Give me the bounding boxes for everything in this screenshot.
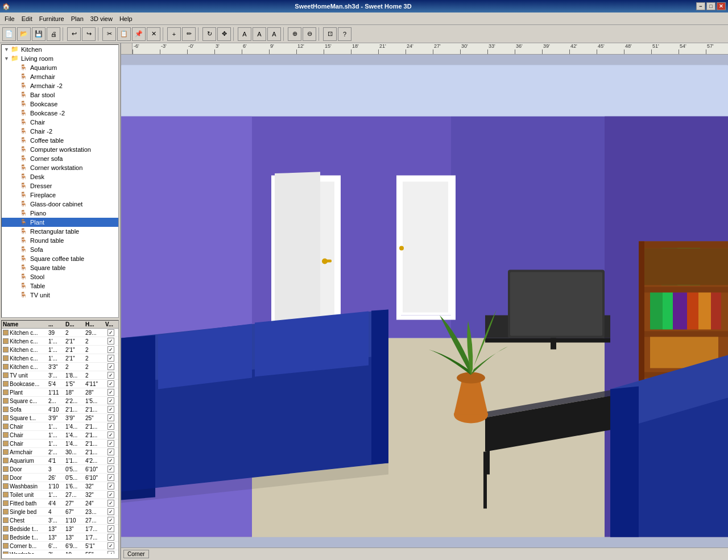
tree-item-kitchen[interactable]: ▼📁Kitchen [2, 45, 118, 54]
3d-view[interactable] [121, 55, 728, 547]
menu-item-help[interactable]: Help [116, 14, 136, 23]
visibility-checkbox[interactable]: ✓ [107, 423, 114, 430]
tree-item-desk[interactable]: 🪑Desk [2, 172, 118, 181]
tree-item-armchair-2[interactable]: 🪑Armchair -2 [2, 81, 118, 90]
add-furn-button[interactable]: + [167, 27, 181, 41]
props-row[interactable]: Bedside t...13"13"1'7...✓ [2, 533, 118, 542]
props-row[interactable]: TV unit3'...1'8...2✓ [2, 371, 118, 380]
props-row[interactable]: Corner b...6'...6'9...5'1"✓ [2, 542, 118, 550]
menu-item-edit[interactable]: Edit [18, 14, 36, 23]
tree-item-aquarium[interactable]: 🪑Aquarium [2, 63, 118, 72]
visibility-checkbox[interactable]: ✓ [107, 363, 114, 370]
tree-item-corner-workstation[interactable]: 🪑Corner workstation [2, 163, 118, 172]
tree-item-tv-unit[interactable]: 🪑TV unit [2, 291, 118, 300]
tree-item-coffee-table[interactable]: 🪑Coffee table [2, 136, 118, 145]
visibility-checkbox[interactable]: ✓ [107, 355, 114, 362]
props-row[interactable]: Armchair2'...30...2'1...✓ [2, 448, 118, 457]
menu-item-3d-view[interactable]: 3D view [87, 14, 116, 23]
tree-item-rectangular-table[interactable]: 🪑Rectangular table [2, 227, 118, 236]
undo-button[interactable]: ↩ [67, 27, 81, 41]
menu-item-plan[interactable]: Plan [68, 14, 87, 23]
visibility-checkbox[interactable]: ✓ [107, 380, 114, 387]
visibility-checkbox[interactable]: ✓ [107, 542, 114, 549]
tree-item-square-coffee-table[interactable]: 🪑Square coffee table [2, 254, 118, 263]
del-button[interactable]: ✕ [147, 27, 160, 41]
copy-button[interactable]: 📋 [117, 27, 131, 41]
modify-furn-button[interactable]: ✏ [182, 27, 196, 41]
props-row[interactable]: Single bed467"23...✓ [2, 508, 118, 516]
tree-item-bookcase[interactable]: 🪑Bookcase [2, 99, 118, 109]
tree-view[interactable]: ▼📁Kitchen▼📁Living room🪑Aquarium🪑Armchair… [1, 44, 119, 318]
tree-item-computer-workstation[interactable]: 🪑Computer workstation [2, 145, 118, 154]
redo-button[interactable]: ↪ [82, 27, 96, 41]
props-row[interactable]: Kitchen c...1'...2'1"2✓ [2, 337, 118, 346]
help-button[interactable]: ? [338, 27, 351, 41]
visibility-checkbox[interactable]: ✓ [107, 389, 114, 396]
ac-button[interactable]: A [267, 27, 281, 41]
visibility-checkbox[interactable]: ✓ [107, 517, 114, 524]
tree-item-stool[interactable]: 🪑Stool [2, 272, 118, 281]
visibility-checkbox[interactable]: ✓ [107, 457, 114, 464]
visibility-checkbox[interactable]: ✓ [107, 551, 114, 554]
zoom-in-button[interactable]: ⊕ [288, 27, 301, 41]
visibility-checkbox[interactable]: ✓ [107, 432, 114, 438]
tree-item-living-room[interactable]: ▼📁Living room [2, 54, 118, 63]
print-button[interactable]: 🖨 [47, 27, 60, 41]
props-row[interactable]: Square c...2...2'2...1'5...✓ [2, 397, 118, 405]
zoom-out-button[interactable]: ⊖ [303, 27, 316, 41]
tree-item-table[interactable]: 🪑Table [2, 281, 118, 291]
open-button[interactable]: 📂 [17, 27, 31, 41]
visibility-checkbox[interactable]: ✓ [107, 525, 114, 532]
props-row[interactable]: Door30'5...6'10"✓ [2, 465, 118, 474]
move-button[interactable]: ✥ [217, 27, 231, 41]
props-row[interactable]: Bookcase...5'41'5"4'11"✓ [2, 380, 118, 388]
props-row[interactable]: Kitchen c...3'3"22✓ [2, 363, 118, 371]
visibility-checkbox[interactable]: ✓ [107, 397, 114, 404]
visibility-checkbox[interactable]: ✓ [107, 338, 114, 345]
visibility-checkbox[interactable]: ✓ [107, 491, 114, 498]
props-row[interactable]: Kitchen c...1'...2'1"2✓ [2, 346, 118, 354]
snap-button[interactable]: ⊡ [323, 27, 337, 41]
tree-item-chair-2[interactable]: 🪑Chair -2 [2, 127, 118, 136]
tree-item-square-table[interactable]: 🪑Square table [2, 263, 118, 272]
maximize-button[interactable]: □ [706, 2, 715, 10]
tree-item-piano[interactable]: 🪑Piano [2, 209, 118, 218]
ab-button[interactable]: A [253, 27, 266, 41]
save-button[interactable]: 💾 [32, 27, 46, 41]
paste-button[interactable]: 📌 [132, 27, 146, 41]
tree-item-armchair[interactable]: 🪑Armchair [2, 72, 118, 81]
visibility-checkbox[interactable]: ✓ [107, 329, 114, 336]
visibility-checkbox[interactable]: ✓ [107, 508, 114, 515]
props-body[interactable]: Kitchen c...39229...✓Kitchen c...1'...2'… [2, 329, 118, 554]
cut-button[interactable]: ✂ [102, 27, 116, 41]
tree-item-dresser[interactable]: 🪑Dresser [2, 181, 118, 190]
visibility-checkbox[interactable]: ✓ [107, 449, 114, 455]
props-row[interactable]: Kitchen c...39229...✓ [2, 329, 118, 337]
props-row[interactable]: Square t...3'9"3'9"25"✓ [2, 414, 118, 422]
visibility-checkbox[interactable]: ✓ [107, 406, 114, 413]
props-row[interactable]: Bedside t...13"13"1'7...✓ [2, 525, 118, 533]
props-row[interactable]: Washbasin1'101'6...32"✓ [2, 482, 118, 491]
tree-item-plant[interactable]: 🪑Plant [2, 218, 118, 227]
minimize-button[interactable]: − [696, 2, 705, 10]
corner-button[interactable]: Corner [123, 550, 149, 558]
visibility-checkbox[interactable]: ✓ [107, 483, 114, 490]
props-row[interactable]: Wardrobe3'...19...55"✓ [2, 550, 118, 554]
visibility-checkbox[interactable]: ✓ [107, 440, 114, 447]
tree-item-sofa[interactable]: 🪑Sofa [2, 245, 118, 254]
visibility-checkbox[interactable]: ✓ [107, 534, 114, 541]
close-button[interactable]: ✕ [717, 2, 726, 10]
props-row[interactable]: Toilet unit1'...27...32"✓ [2, 491, 118, 499]
props-row[interactable]: Sofa4'102'1...2'1...✓ [2, 405, 118, 414]
props-row[interactable]: Chair1'...1'4...2'1...✓ [2, 431, 118, 439]
props-row[interactable]: Door26'0'5...6'10"✓ [2, 474, 118, 482]
tree-item-round-table[interactable]: 🪑Round table [2, 236, 118, 245]
tree-item-chair[interactable]: 🪑Chair [2, 118, 118, 127]
tree-item-bar-stool[interactable]: 🪑Bar stool [2, 90, 118, 99]
props-row[interactable]: Chair1'...1'4...2'1...✓ [2, 439, 118, 448]
tree-item-corner-sofa[interactable]: 🪑Corner sofa [2, 154, 118, 163]
menu-item-file[interactable]: File [1, 14, 18, 23]
aa-button[interactable]: A [238, 27, 251, 41]
props-row[interactable]: Chair1'...1'4...2'1...✓ [2, 422, 118, 431]
rotate-button[interactable]: ↻ [202, 27, 216, 41]
